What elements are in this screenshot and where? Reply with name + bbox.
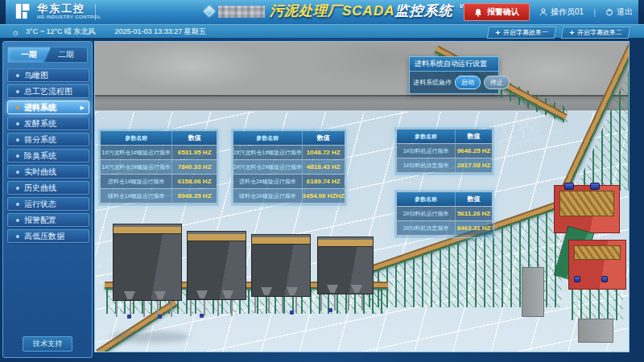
hopper-body [251,245,311,297]
param-row: 辅料仓1#螺旋运行频率8948.35 HZ [101,189,217,203]
material-fill [574,245,621,260]
param-row: 1#污泥料仓2#螺旋运行频率7840.33 HZ [101,160,217,174]
popup-title: 进料系统自动运行设置 [410,57,498,72]
hopper-top [251,234,311,245]
param-panel-4: 参数名称数值 2#卸料机运行频率5611.26 HZ 2#卸料机设定频率8463… [394,190,494,238]
hopper-1 [113,224,182,319]
bullet-icon [16,187,19,190]
pump [328,308,332,312]
hopper-body [187,241,246,300]
user-icon [539,8,547,16]
sidebar-menu: 鸟瞰图 总工艺流程图 进料系统▶ 发酵系统 筛分系统 除臭系统 实时曲线 历史曲… [7,68,89,245]
sidebar-item-alarm-config[interactable]: 报警配置 [7,213,89,227]
pump [290,311,294,315]
sidebar-item-process-flow[interactable]: 总工艺流程图 [7,84,89,98]
bullet-icon [16,171,19,174]
param-row: 1#卸料机设定频率2917.08 HZ [397,158,492,172]
scada-app: 华东工控 HD INDUSTRY CONTROL 污泥处理厂SCADA监控系统 … [0,0,644,362]
param-row: 辅料仓2#螺旋运行频率3454.96 HZHZ [233,189,345,203]
concrete-pedestal [578,319,613,343]
tab-phase-1[interactable]: 一期 [7,47,51,63]
param-row: 2#污泥料仓2#螺旋运行频率4818.43 HZ [233,160,345,174]
subtitle-effect-1-button[interactable]: 开启字幕效果一 [487,27,557,39]
sidebar-item-screening[interactable]: 筛分系统 [7,133,89,146]
param-row: 1#卸料机运行频率9646.25 HZ [397,144,492,158]
shadow [109,331,190,343]
hopper-4 [317,237,374,312]
machine-legs [572,290,623,320]
param-row: 2#卸料机运行频率5611.26 HZ [397,207,492,220]
bullet-icon [16,122,19,125]
sidebar-item-fermentation[interactable]: 发酵系统 [7,117,89,130]
sidebar: 一期 二期 鸟瞰图 总工艺流程图 进料系统▶ 发酵系统 筛分系统 除臭系统 实时… [2,41,93,358]
param-row: 进料仓1#螺旋运行频率6158.06 HZ [101,175,217,188]
bullet-icon [16,154,19,158]
company-logo: 华东工控 HD INDUSTRY CONTROL [14,2,101,20]
hopper-top [113,224,182,234]
sidebar-item-birdview[interactable]: 鸟瞰图 [7,68,89,82]
process-3d-view: 华东工控HD INDUSTRY CONTROL 华东工控HD INDUSTRY … [94,41,630,352]
star-icon [495,30,501,35]
header-divider [95,4,96,20]
operator-button[interactable]: 操作员01 [539,6,584,18]
sidebar-item-deodorization[interactable]: 除臭系统 [7,149,89,162]
bullet-icon [16,235,19,238]
bullet-icon [16,74,19,77]
hopper-legs [116,301,179,317]
param-panel-2: 参数名称数值 2#污泥料仓1#螺旋运行频率1048.72 HZ 2#污泥料仓2#… [231,129,347,206]
subtitle-effect-2-button[interactable]: 开启字幕效果二 [561,27,631,39]
status-bar: ☼ 3°C ~ 12°C 晴 东北风 2025-01-03 13:33:27 星… [0,24,644,38]
header-bar: 华东工控 HD INDUSTRY CONTROL 污泥处理厂SCADA监控系统 … [0,0,644,24]
hopper-legs [190,300,243,316]
stop-button[interactable]: 停止 [484,76,510,89]
logo-icon [14,2,32,20]
bullet-icon [16,138,19,142]
weather-icon: ☼ [11,28,19,36]
page-title: 污泥处理厂SCADA监控系统 V2.0.1 [205,2,489,20]
motor [574,276,580,282]
hopper-2 [187,231,246,318]
logout-button[interactable]: 退出 [605,6,633,18]
hopper-top [317,237,374,247]
motor [590,183,600,190]
system-title: 污泥处理厂SCADA监控系统 [270,2,452,20]
tab-phase-2[interactable]: 二期 [44,47,88,63]
bullet-icon [16,219,19,222]
tech-support-button[interactable]: 技术支持 [23,336,72,352]
power-icon [605,8,613,16]
datetime-text: 2025-01-03 13:33:27 星期五 [115,27,206,37]
popup-label: 进料系统急停 [413,78,452,87]
param-row: 2#污泥料仓1#螺旋运行频率1048.72 HZ [233,146,345,159]
star-icon [569,30,575,35]
pump [127,315,131,319]
auto-run-settings-popup: 进料系统自动运行设置 进料系统急停 启动 停止 [409,56,499,94]
param-row: 2#卸料机设定频率8463.31 HZ [397,221,492,235]
discharge-machine-lower [568,240,626,290]
censored-plant-name [218,6,265,18]
hopper-3 [251,234,311,315]
param-panel-1: 参数名称数值 1#污泥料仓1#螺旋运行频率6531.95 HZ 1#污泥料仓2#… [98,129,219,206]
sidebar-item-realtime-curve[interactable]: 实时曲线 [7,165,89,179]
bullet-icon [16,106,19,109]
sidebar-item-history-curve[interactable]: 历史曲线 [7,181,89,195]
bullet-icon [16,90,19,93]
param-row: 1#污泥料仓1#螺旋运行频率6531.95 HZ [101,146,217,159]
hopper-body [113,234,182,301]
param-row: 进料仓2#螺旋运行频率6189.74 HZ [233,175,345,188]
concrete-pedestal [522,267,544,317]
wall [95,42,629,95]
sidebar-item-hv-lv-data[interactable]: 高低压数据 [7,229,89,243]
weather-text: 3°C ~ 12°C 晴 东北风 [26,27,95,37]
chevron-right-icon: ▶ [80,105,85,111]
sidebar-item-run-status[interactable]: 运行状态 [7,197,89,211]
alarm-confirm-button[interactable]: 报警确认 [464,3,530,21]
discharge-machine-upper [554,185,620,233]
diamond-icon [204,5,215,16]
sidebar-item-feed-system[interactable]: 进料系统▶ [7,101,89,114]
start-button[interactable]: 启动 [455,76,481,89]
pump [200,314,204,318]
bullet-icon [16,203,19,206]
hopper-legs [254,297,308,313]
logo-subtitle: HD INDUSTRY CONTROL [37,14,101,20]
bell-icon [474,8,482,17]
